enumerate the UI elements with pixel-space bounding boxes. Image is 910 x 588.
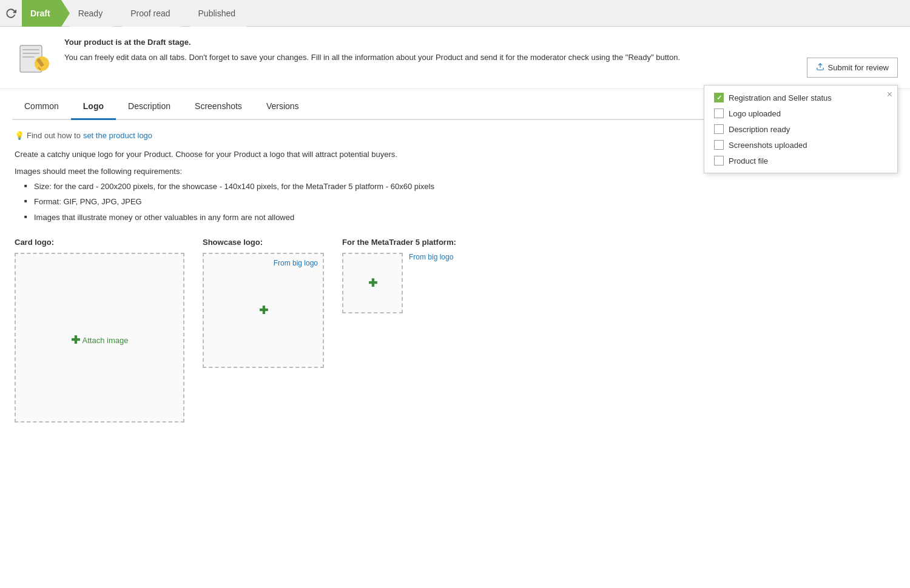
checklist-item-description: Description ready [714,124,888,134]
plus-icon: ✚ [71,333,80,347]
set-product-logo-link[interactable]: set the product logo [83,131,152,140]
stage-arrow-proofread [181,0,190,27]
showcase-logo-section: Showcase logo: From big logo ✚ [203,238,324,368]
stage-published[interactable]: Published [190,0,247,27]
stage-arrow-ready [113,0,122,27]
draft-body: You can freely edit data on all tabs. Do… [64,52,898,64]
stage-draft[interactable]: Draft [22,0,61,27]
showcase-plus-icon: ✚ [259,304,268,317]
card-logo-label: Card logo: [15,238,184,247]
mt5-from-big-logo[interactable]: From big logo [409,253,453,261]
logo-sections: Card logo: ✚ Attach image Showcase logo:… [15,238,895,423]
svg-rect-2 [22,53,39,54]
tab-screenshots[interactable]: Screenshots [183,94,254,120]
requirement-format: Format: GIF, PNG, JPG, JPEG [27,196,895,208]
mt5-logo-section: For the MetaTrader 5 platform: ✚ From bi… [342,238,456,313]
tab-logo[interactable]: Logo [71,94,116,120]
checklist-popup: × Registration and Seller status Logo up… [704,85,898,173]
draft-banner-text: Your product is at the Draft stage. You … [64,36,898,64]
checklist-item-registration: Registration and Seller status [714,93,888,102]
stage-arrow-published [246,0,255,27]
mt5-logo-upload[interactable]: ✚ [342,253,403,313]
card-logo-section: Card logo: ✚ Attach image [15,238,184,423]
checklist-item-screenshots: Screenshots uploaded [714,140,888,150]
svg-rect-3 [22,56,35,58]
draft-banner: Your product is at the Draft stage. You … [0,27,910,89]
tip-icon: 💡 [15,131,24,140]
refresh-icon[interactable] [0,0,22,27]
showcase-logo-upload[interactable]: From big logo ✚ [203,253,324,368]
checkbox-description[interactable] [714,124,724,134]
checkbox-product-file[interactable] [714,156,724,165]
tab-description[interactable]: Description [116,94,183,120]
mt5-plus-icon: ✚ [368,276,377,290]
requirements-list: Size: for the card - 200x200 pixels, for… [15,181,895,224]
tab-common[interactable]: Common [12,94,71,120]
checklist-item-product-file: Product file [714,156,888,165]
draft-icon [12,36,55,79]
stage-nav: Draft Ready Proof read Published [0,0,910,27]
svg-rect-1 [22,49,39,50]
requirement-size: Size: for the card - 200x200 pixels, for… [27,181,895,193]
card-logo-upload[interactable]: ✚ Attach image [15,253,184,423]
tab-versions[interactable]: Versions [254,94,311,120]
stage-arrow-draft [61,0,70,27]
attach-image-label: ✚ Attach image [71,333,129,347]
stage-ready[interactable]: Ready [70,0,113,27]
draft-title: Your product is at the Draft stage. [64,36,898,49]
showcase-logo-label: Showcase logo: [203,238,324,247]
checkbox-registration[interactable] [714,93,724,102]
checklist-item-logo: Logo uploaded [714,109,888,118]
submit-for-review-button[interactable]: Submit for review [807,58,898,78]
showcase-from-big-logo[interactable]: From big logo [274,259,318,267]
checklist-close-button[interactable]: × [887,89,892,100]
submit-icon [816,62,824,73]
checkbox-logo[interactable] [714,109,724,118]
checkbox-screenshots[interactable] [714,140,724,150]
stage-proofread[interactable]: Proof read [122,0,181,27]
mt5-logo-label: For the MetaTrader 5 platform: [342,238,456,247]
requirement-restriction: Images that illustrate money or other va… [27,212,895,224]
